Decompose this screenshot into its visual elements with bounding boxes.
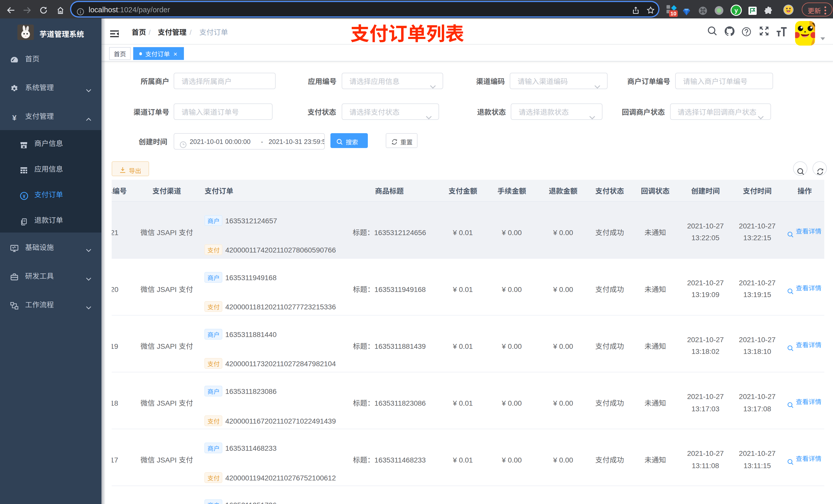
svg-text:10: 10 [670,10,676,16]
svg-text:y: y [734,7,738,14]
svg-text:¥: ¥ [23,194,26,199]
svg-text:¥: ¥ [12,114,17,121]
